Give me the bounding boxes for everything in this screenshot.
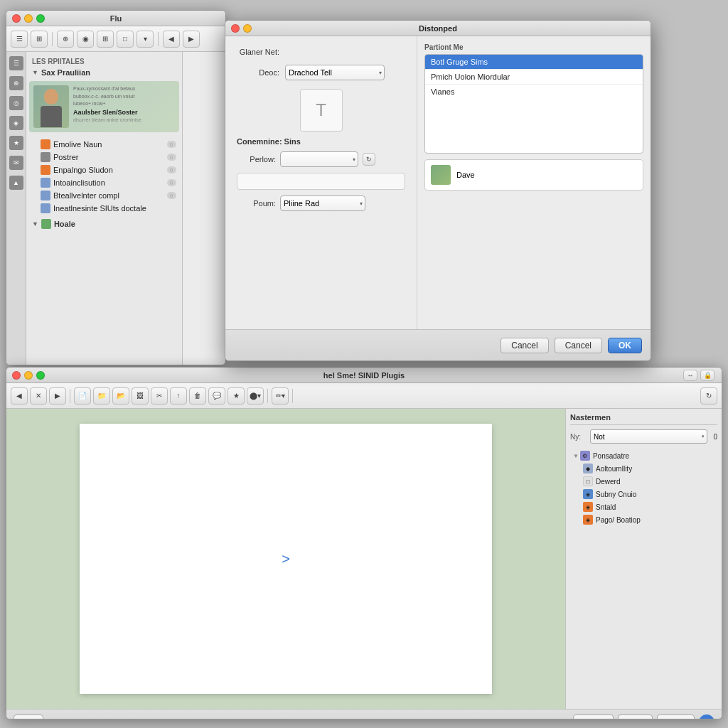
nav-section-label: Sax Prauliian <box>41 68 90 77</box>
createl-button[interactable]: Crectel <box>573 714 614 720</box>
perlow-refresh-button[interactable]: ↻ <box>363 153 375 166</box>
sidebar: ☰ ⊕ ◎ ◈ ★ ✉ ▲ les RPIITales ▼ Sax Prauli… <box>6 52 225 365</box>
bt-img[interactable]: 🖼 <box>132 387 149 405</box>
close-button[interactable] <box>12 14 21 23</box>
inspector-ny-select[interactable]: Not <box>590 429 707 444</box>
darte-button[interactable]: Darte <box>618 714 653 720</box>
bt-folder[interactable]: 📁 <box>93 387 110 405</box>
nav-item-enpalngo[interactable]: Enpalngo Sludon ○ <box>26 164 182 176</box>
cancel-button-2[interactable]: Cancel <box>555 338 602 353</box>
deoc-row: Deoc: Drachod Tell ▾ <box>237 65 405 80</box>
tree-label-ponsadatre: Ponsadatre <box>593 452 629 460</box>
bt-crop[interactable]: ✂ <box>151 387 168 405</box>
toolbar-btn-7[interactable]: ▾ <box>136 31 154 48</box>
bt-color[interactable]: ⬤▾ <box>247 387 264 405</box>
dialog-window: Distonped Glaner Net: Deoc: Drachod Tell… <box>225 20 651 361</box>
bt-back[interactable]: ◀ <box>11 387 28 405</box>
bottom-lock-btn[interactable]: 🔒 <box>700 370 714 381</box>
poum-label: Poum: <box>237 199 276 208</box>
info-button[interactable]: ℹ <box>699 714 714 720</box>
bottom-expand-btn[interactable]: ↔ <box>683 370 697 381</box>
bottom-max-button[interactable] <box>36 371 45 380</box>
nav-item-intoain[interactable]: Intoainclisution ○ <box>26 176 182 189</box>
toolbar-btn-3[interactable]: ⊕ <box>57 31 74 48</box>
bt-close[interactable]: ✕ <box>30 387 47 405</box>
sidebar-icon-4[interactable]: ◈ <box>9 116 23 130</box>
tree-item-ponsadatre[interactable]: ▼ ⚙ Ponsadatre <box>570 449 717 462</box>
bt-folder2[interactable]: 📂 <box>112 387 129 405</box>
deoc-select[interactable]: Drachod Tell <box>285 65 385 80</box>
tree-item-sntald[interactable]: ◈ Sntald <box>570 500 717 513</box>
nav-item-ineatl[interactable]: Ineatlnesinte SIUts doctale <box>26 202 182 215</box>
bt-star[interactable]: ★ <box>228 387 245 405</box>
conemnine-header: Conemnine: Sins <box>237 137 405 146</box>
bottom-min-button[interactable] <box>24 371 33 380</box>
nav-item-emolive[interactable]: Emolive Naun ○ <box>26 138 182 151</box>
canvas-page: > <box>80 424 492 694</box>
bottom-window-title: hel Sme! SINID Plugis <box>323 371 405 380</box>
inspector-ny-label: Ny: <box>570 433 587 441</box>
toolbar-btn-2[interactable]: ⊞ <box>31 31 48 48</box>
tree-item-pago[interactable]: ◈ Pago/ Boatiop <box>570 513 717 526</box>
sidebar-icon-5[interactable]: ★ <box>9 136 23 150</box>
dialog-close-button[interactable] <box>231 24 240 33</box>
bottom-titlebar: hel Sme! SINID Plugis ↔ 🔒 <box>6 368 722 383</box>
cancel-button-1[interactable]: Cancel <box>500 338 548 353</box>
toolbar-btn-4[interactable]: ◉ <box>77 31 94 48</box>
perlow-select[interactable] <box>280 151 358 167</box>
nav-section-sax[interactable]: ▼ Sax Prauliian <box>26 67 182 78</box>
toolbar-btn-8[interactable]: ◀ <box>163 31 180 48</box>
sidebar-icon-3[interactable]: ◎ <box>9 96 23 110</box>
minimize-button[interactable] <box>24 14 33 23</box>
deoc-label: Deoc: <box>237 68 279 77</box>
sidebar-icon-2[interactable]: ⊕ <box>9 76 23 90</box>
tree-item-dewerd[interactable]: □ Dewerd <box>570 475 717 488</box>
dialog-footer: Cancel Cancel OK <box>225 329 651 360</box>
deoc-select-wrap: Drachod Tell ▾ <box>285 65 385 80</box>
eanipt-button[interactable]: Eanipt <box>657 714 695 720</box>
bt-doc[interactable]: 📄 <box>74 387 91 405</box>
maximize-button[interactable] <box>36 14 45 23</box>
perlow-row: Perlow: ▾ ↻ <box>237 151 405 167</box>
person-body <box>41 106 62 127</box>
bt-share[interactable]: ↑ <box>170 387 187 405</box>
inspector-tree: ▼ ⚙ Ponsadatre ◆ Aoltoumllity □ Dewerd ◈… <box>570 448 717 528</box>
poum-select[interactable]: Pliine Rad <box>280 196 365 211</box>
bt-fwd[interactable]: ▶ <box>49 387 66 405</box>
nav-section-hoale[interactable]: ▼ Hoale <box>26 218 182 230</box>
sidebar-icon-6[interactable]: ✉ <box>9 156 23 170</box>
ok-button[interactable]: OK <box>608 338 642 353</box>
bottom-window: hel Sme! SINID Plugis ↔ 🔒 ◀ ✕ ▶ 📄 📁 📂 🖼 … <box>6 367 722 719</box>
bt-draw[interactable]: ✏▾ <box>272 387 289 405</box>
toolbar-btn-9[interactable]: ▶ <box>183 31 200 48</box>
dialog-icon-char: T <box>316 100 326 120</box>
tree-item-aoltoum[interactable]: ◆ Aoltoumllity <box>570 462 717 475</box>
bt-refresh[interactable]: ↻ <box>700 387 717 405</box>
toolbar-btn-1[interactable]: ☰ <box>11 31 28 48</box>
top-toolbar: ☰ ⊞ ⊕ ◉ ⊞ □ ▾ ◀ ▶ <box>6 26 225 52</box>
dialog-min-button[interactable] <box>243 24 252 33</box>
nav-hoale-icon <box>41 219 51 229</box>
sidebar-icon-1[interactable]: ☰ <box>9 56 23 70</box>
tree-icon-sntald: ◈ <box>583 502 593 512</box>
nav-item-bteall-label: Bteallvelnter compl <box>53 191 119 200</box>
perlow-select-wrap: ▾ <box>280 151 358 167</box>
poum-select-wrap: Pliine Rad ▾ <box>280 196 365 211</box>
bt-sep2 <box>267 389 268 403</box>
contact-item-2[interactable]: Vianes <box>425 85 643 99</box>
bt-del[interactable]: 🗑 <box>189 387 206 405</box>
contact-item-0[interactable]: Botl Gruge Sims <box>425 55 643 70</box>
progress-thumb-icon: ⬦ <box>380 717 385 720</box>
toolbar-btn-6[interactable]: □ <box>117 31 134 48</box>
toolbar-btn-5[interactable]: ⊞ <box>97 31 114 48</box>
bt-chat[interactable]: 💬 <box>208 387 225 405</box>
start-button[interactable]: Sart <box>14 714 43 720</box>
nav-item-postrer[interactable]: Postrer ○ <box>26 151 182 164</box>
sidebar-icon-7[interactable]: ▲ <box>9 176 23 190</box>
tree-item-subny[interactable]: ◈ Subny Cnuio <box>570 488 717 500</box>
bottom-close-button[interactable] <box>12 371 21 380</box>
nav-item-bteall[interactable]: Bteallvelnter compl ○ <box>26 189 182 202</box>
nav-item-postrer-count: ○ <box>167 154 176 161</box>
contact-item-1[interactable]: Pmich Uolon Miordular <box>425 70 643 85</box>
canvas-area[interactable]: > <box>6 409 565 709</box>
